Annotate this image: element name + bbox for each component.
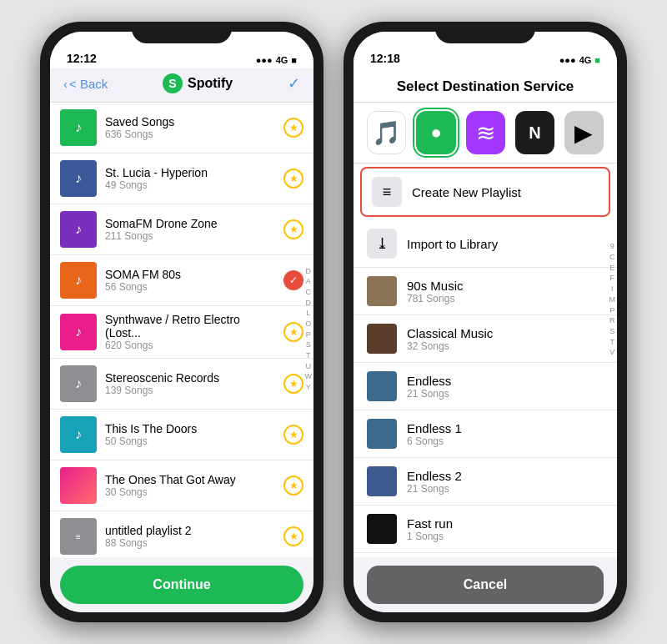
playlist-info: This Is The Doors 50 Songs [105,422,275,447]
star-icon[interactable]: ★ [283,475,303,496]
dest-sub: 781 Songs [407,293,604,304]
index-letter: A [305,278,313,288]
back-button[interactable]: ‹ < Back [63,77,108,91]
list-item[interactable]: ♪ Saved Songs 636 Songs ★ [50,103,313,153]
thumb-icon: ♪ [75,427,82,442]
index-letter: T [305,351,313,361]
status-time-1: 12:12 [67,52,97,65]
dest-name: 90s Music [407,279,604,293]
playlist-name: SomaFM Drone Zone [105,217,275,230]
list-item[interactable]: ♪ SomaFM Drone Zone 211 Songs ★ [50,204,313,255]
more-icon: ▶ [574,119,593,147]
index-letter: V [609,348,616,358]
signal-icon-2: ●●● [559,55,576,65]
index-letter: M [609,295,616,305]
star-icon[interactable]: ★ [283,425,303,445]
index-letter: O [305,319,313,330]
playlist-endless2[interactable]: Endless 2 21 Songs [354,458,617,506]
dest-name: Endless [407,374,604,388]
index-letter: C [305,288,313,298]
import-icon: ⤓ [367,229,397,259]
service-napster[interactable]: N [515,111,554,154]
dest-info: Fast run 1 Songs [407,516,604,542]
service-spotify[interactable]: ● [416,111,456,154]
star-icon[interactable]: ★ [283,374,303,394]
playlist-classical[interactable]: Classical Music 32 Songs [354,315,617,363]
nav-title-1: S Spotify [163,73,233,93]
star-icon[interactable]: ★ [283,322,303,342]
playlist-thumb: ♪ [60,109,97,146]
playlist-info: SomaFM Drone Zone 211 Songs [105,217,275,242]
playlist-endless[interactable]: Endless 21 Songs [354,363,617,410]
index-letter: S [609,327,616,337]
dest-thumb [367,276,397,306]
playlist-info: Stereoscenic Records 139 Songs [105,371,275,396]
playlist-thumb [60,467,97,504]
dest-info: Classical Music 32 Songs [407,326,604,352]
index-letter: P [305,330,313,340]
back-label: < Back [69,77,108,91]
index-letter: T [609,338,616,348]
dest-thumb [367,419,397,449]
nav-bar-1: ‹ < Back S Spotify ✓ [50,68,313,103]
star-icon[interactable]: ★ [283,118,303,138]
create-playlist-item[interactable]: ≡ Create New Playlist [360,167,610,217]
index-letter: P [609,306,616,316]
playlist-info: SOMA FM 80s 56 Songs [105,268,275,293]
import-library-item[interactable]: ⤓ Import to Library [354,220,617,268]
playlist-info: Synthwave / Retro Electro (Lost... 620 S… [105,313,275,351]
service-apple[interactable]: 🎵 [367,111,406,154]
star-icon[interactable]: ★ [283,219,303,239]
create-playlist-info: Create New Playlist [412,185,599,199]
signal-icon-1: ●●● [256,55,273,65]
list-item[interactable]: ♪ SOMA FM 80s 56 Songs ✓ [50,255,313,306]
thumb-icon: ♪ [75,325,82,340]
napster-icon: N [529,123,540,143]
nav-check-icon[interactable]: ✓ [288,74,300,93]
star-icon[interactable]: ★ [283,169,303,189]
playlist-info: Saved Songs 636 Songs [105,115,275,140]
playlist-count: 139 Songs [105,385,275,396]
list-item[interactable]: ≡ untitled playlist 2 88 Songs ★ [50,511,313,557]
dest-sub: 21 Songs [407,388,604,400]
dest-thumb [367,514,397,544]
dest-list: ≡ Create New Playlist ⤓ Import to Librar… [354,164,617,557]
playlist-name: Synthwave / Retro Electro (Lost... [105,313,275,340]
nav-title-text: Spotify [188,76,233,91]
index-letter: D [305,299,313,309]
star-icon[interactable]: ★ [283,526,303,546]
continue-button[interactable]: Continue [60,566,303,604]
dest-info: Endless 1 6 Songs [407,421,604,447]
index-letter: I [609,284,616,294]
list-item[interactable]: ♪ Synthwave / Retro Electro (Lost... 620… [50,306,313,359]
cancel-button[interactable]: Cancel [367,566,604,604]
playlist-name: This Is The Doors [105,422,275,435]
dest-title: Select Destination Service [367,78,604,95]
dest-name: Endless 1 [407,421,604,435]
playlist-fastrun1[interactable]: Fast run 1 3 Songs [354,553,617,557]
playlist-name: The Ones That Got Away [105,473,275,486]
back-chevron-icon: ‹ [63,77,68,91]
playlist-count: 56 Songs [105,281,275,293]
service-more[interactable]: ▶ [564,111,604,154]
playlist-90s[interactable]: 90s Music 781 Songs [354,268,617,315]
playlist-count: 636 Songs [105,128,275,140]
list-icon: ≡ [383,184,392,201]
list-item[interactable]: ♪ This Is The Doors 50 Songs ★ [50,410,313,460]
playlist-fastrun[interactable]: Fast run 1 Songs [354,506,617,553]
list-item[interactable]: The Ones That Got Away 30 Songs ★ [50,460,313,511]
list-item[interactable]: ♪ Stereoscenic Records 139 Songs ★ [50,359,313,410]
status-icons-1: ●●● 4G ■ [256,55,297,65]
list-item[interactable]: ♪ St. Lucia - Hyperion 49 Songs ★ [50,153,313,204]
dest-thumb [367,324,397,354]
index-letter: C [609,253,616,263]
playlist-endless1[interactable]: Endless 1 6 Songs [354,410,617,458]
playlist-name: SOMA FM 80s [105,268,275,281]
index-letter: Y [305,383,313,393]
service-icons-row: 🎵 ● ≋ N ▶ [354,103,617,164]
playlist-thumb: ♪ [60,314,97,350]
status-icons-2: ●●● 4G ■ [559,55,600,65]
service-deezer[interactable]: ≋ [466,111,505,154]
deezer-icon: ≋ [476,119,495,147]
playlist-count: 50 Songs [105,435,275,447]
